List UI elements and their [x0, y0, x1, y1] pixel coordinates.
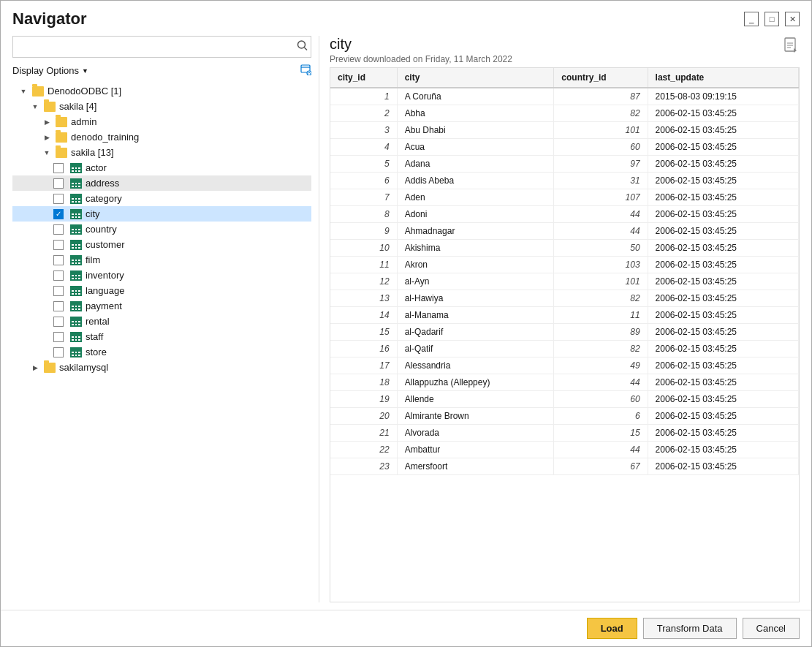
- table-cell: 16: [330, 341, 397, 357]
- tree-label-denodo-training: denodo_training: [71, 132, 139, 143]
- cancel-button[interactable]: Cancel: [743, 618, 800, 639]
- preview-table-container[interactable]: city_id city country_id last_update 1A C…: [330, 67, 800, 602]
- checkbox-rental[interactable]: [53, 317, 64, 327]
- table-cell: 60: [554, 139, 648, 156]
- table-cell: 2006-02-15 03:45:25: [648, 273, 798, 290]
- table-cell: Abha: [397, 105, 554, 122]
- tree-row-inventory[interactable]: inventory: [12, 268, 311, 283]
- tree-label-admin: admin: [71, 116, 96, 127]
- checkbox-actor[interactable]: [53, 163, 64, 173]
- table-row: 23Amersfoort672006-02-15 03:45:25: [330, 458, 799, 475]
- table-cell: Addis Abeba: [397, 173, 554, 189]
- checkbox-country[interactable]: [53, 224, 64, 235]
- table-cell: 2006-02-15 03:45:25: [648, 173, 798, 189]
- refresh-button[interactable]: [300, 64, 311, 77]
- tree-area[interactable]: ▼ DenodoODBC [1] ▼ sakila [4] ▶: [12, 83, 311, 602]
- tree-row-film[interactable]: film: [12, 252, 311, 268]
- table-cell: Akron: [397, 257, 554, 273]
- checkbox-staff[interactable]: [53, 332, 64, 342]
- tree-row-actor[interactable]: actor: [12, 160, 311, 175]
- tree-row-store[interactable]: store: [12, 344, 311, 360]
- tree-row-payment[interactable]: payment: [12, 298, 311, 314]
- table-cell: 17: [330, 357, 397, 374]
- table-row: 6Addis Abeba312006-02-15 03:45:25: [330, 173, 799, 189]
- tree-row-denodoodbc[interactable]: ▼ DenodoODBC [1]: [12, 83, 311, 99]
- search-box: [12, 36, 311, 58]
- table-cell: 2006-02-15 03:45:25: [648, 156, 798, 173]
- tree-label-sakilamysql: sakilamysql: [59, 362, 108, 373]
- folder-icon-sakilamysql: [44, 363, 56, 373]
- tree-row-sakila[interactable]: ▼ sakila [4]: [12, 99, 311, 114]
- checkbox-payment[interactable]: [53, 301, 64, 311]
- tree-row-category[interactable]: category: [12, 191, 311, 206]
- checkbox-inventory[interactable]: [53, 270, 64, 281]
- preview-title-area: city Preview downloaded on Friday, 11 Ma…: [330, 36, 512, 64]
- table-cell: 101: [554, 122, 648, 139]
- table-cell: 4: [330, 139, 397, 156]
- svg-line-1: [305, 48, 308, 50]
- table-cell: A Coruña: [397, 88, 554, 105]
- checkbox-language[interactable]: [53, 286, 64, 296]
- table-cell: 22: [330, 442, 397, 458]
- folder-icon-denodo-training: [56, 132, 67, 143]
- transform-data-button[interactable]: Transform Data: [643, 618, 737, 639]
- table-cell: 8: [330, 206, 397, 223]
- table-row: 14al-Manama112006-02-15 03:45:25: [330, 307, 799, 324]
- display-options-button[interactable]: Display Options ▼: [12, 65, 88, 76]
- table-cell: 19: [330, 391, 397, 408]
- checkbox-store[interactable]: [53, 347, 64, 357]
- table-cell: 11: [554, 307, 648, 324]
- table-row: 7Aden1072006-02-15 03:45:25: [330, 189, 799, 206]
- tree-row-staff[interactable]: staff: [12, 329, 311, 344]
- table-cell: Acua: [397, 139, 554, 156]
- footer: Load Transform Data Cancel: [1, 610, 811, 646]
- close-button[interactable]: ✕: [785, 12, 800, 26]
- tree-row-city[interactable]: city: [12, 206, 311, 222]
- table-cell: 89: [554, 324, 648, 341]
- table-icon-film: [70, 255, 82, 265]
- table-cell: 3: [330, 122, 397, 139]
- tree-label-store: store: [86, 347, 107, 357]
- tree-label-actor: actor: [86, 162, 107, 173]
- tree-node-sakila13: ▼ sakila [13]: [12, 145, 311, 360]
- table-icon-category: [70, 194, 82, 204]
- svg-rect-5: [785, 38, 795, 51]
- tree-row-sakila13[interactable]: ▼ sakila [13]: [12, 145, 311, 160]
- search-input[interactable]: [12, 36, 311, 58]
- chevron-icon-denodo-training: ▶: [42, 132, 52, 143]
- search-button[interactable]: [297, 40, 308, 54]
- checkbox-category[interactable]: [53, 194, 64, 204]
- table-cell: 2006-02-15 03:45:25: [648, 307, 798, 324]
- maximize-button[interactable]: □: [764, 12, 779, 26]
- table-cell: 97: [554, 156, 648, 173]
- checkbox-address[interactable]: [53, 178, 64, 189]
- table-cell: 2006-02-15 03:45:25: [648, 139, 798, 156]
- checkbox-film[interactable]: [53, 255, 64, 265]
- tree-node-denodoodbc: ▼ DenodoODBC [1] ▼ sakila [4] ▶: [12, 83, 311, 375]
- window-controls: ⎯ □ ✕: [744, 12, 800, 26]
- table-cell: 2006-02-15 03:45:25: [648, 105, 798, 122]
- table-cell: 11: [330, 257, 397, 273]
- tree-label-film: film: [86, 254, 100, 265]
- tree-row-customer[interactable]: customer: [12, 237, 311, 252]
- tree-row-rental[interactable]: rental: [12, 314, 311, 329]
- tree-row-sakilamysql[interactable]: ▶ sakilamysql: [12, 360, 311, 375]
- tree-node-sakila: ▼ sakila [4] ▶ admin ▶: [12, 99, 311, 360]
- table-cell: 44: [554, 442, 648, 458]
- minimize-button[interactable]: ⎯: [744, 12, 759, 26]
- table-cell: al-Hawiya: [397, 290, 554, 307]
- load-button[interactable]: Load: [587, 618, 637, 639]
- checkbox-customer[interactable]: [53, 240, 64, 250]
- tree-row-denodo-training[interactable]: ▶ denodo_training: [12, 129, 311, 145]
- table-cell: 60: [554, 391, 648, 408]
- table-cell: 12: [330, 273, 397, 290]
- tree-row-country[interactable]: country: [12, 222, 311, 237]
- preview-save-button[interactable]: [782, 36, 800, 58]
- table-cell: 2006-02-15 03:45:25: [648, 240, 798, 257]
- tree-row-admin[interactable]: ▶ admin: [12, 114, 311, 129]
- checkbox-city[interactable]: [53, 209, 64, 219]
- tree-row-language[interactable]: language: [12, 283, 311, 298]
- tree-row-address[interactable]: address: [12, 175, 311, 191]
- table-cell: 2006-02-15 03:45:25: [648, 290, 798, 307]
- table-cell: 2006-02-15 03:45:25: [648, 206, 798, 223]
